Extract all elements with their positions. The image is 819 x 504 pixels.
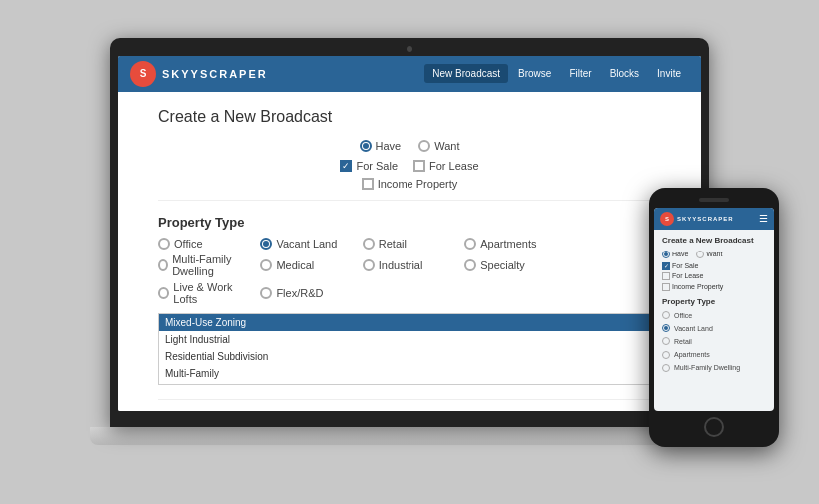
for-lease-box[interactable] xyxy=(413,160,425,172)
specialty-option[interactable]: Specialty xyxy=(464,253,558,277)
office-option[interactable]: Office xyxy=(158,238,252,250)
phone-vacant-radio[interactable] xyxy=(662,324,670,332)
apartments-option[interactable]: Apartments xyxy=(464,238,558,250)
live-work-option[interactable]: Live & Work Lofts xyxy=(158,281,252,305)
multi-family-option[interactable]: Multi-Family Dwelling xyxy=(158,253,252,277)
phone-logo-text: SKYYSCRAPER xyxy=(677,216,734,222)
flex-rd-option[interactable]: Flex/R&D xyxy=(260,281,354,305)
laptop-camera xyxy=(407,46,412,52)
sale-lease-row: ✓ For Sale For Lease xyxy=(158,160,661,172)
phone-logo-icon: S xyxy=(660,212,674,226)
laptop-display: S SKYYSCRAPER New Broadcast Browse Filte… xyxy=(118,56,701,411)
phone-want-option[interactable]: Want xyxy=(696,251,722,258)
nav-filter[interactable]: Filter xyxy=(561,64,599,83)
phone-retail[interactable]: Retail xyxy=(662,336,766,347)
phone-for-sale-box[interactable]: ✓ xyxy=(662,262,670,270)
vacant-land-radio[interactable] xyxy=(260,238,272,250)
nav-invite[interactable]: Invite xyxy=(649,64,689,83)
phone-content: Create a New Broadcast Have Want ✓ For S… xyxy=(654,230,774,382)
logo-text: SKYYSCRAPER xyxy=(162,68,268,80)
live-work-radio[interactable] xyxy=(158,287,169,299)
phone-navbar: S SKYYSCRAPER ☰ xyxy=(654,208,774,230)
want-option[interactable]: Want xyxy=(418,140,459,152)
app-content: Create a New Broadcast Have Want ✓ xyxy=(118,92,701,411)
income-property-row: Income Property xyxy=(158,178,661,190)
multi-family-radio[interactable] xyxy=(158,259,168,271)
phone-retail-radio[interactable] xyxy=(662,337,670,345)
retail-radio[interactable] xyxy=(363,238,375,250)
listbox-item-residential[interactable]: Residential Subdivision xyxy=(159,348,660,365)
logo-icon: S xyxy=(130,61,156,87)
phone-property-type-title: Property Type xyxy=(662,297,766,306)
listbox-item-light[interactable]: Light Industrial xyxy=(159,331,660,348)
phone-apartments[interactable]: Apartments xyxy=(662,349,766,360)
nav-links: New Broadcast Browse Filter Blocks Invit… xyxy=(424,64,689,83)
phone-have-radio[interactable] xyxy=(662,251,670,258)
medical-radio[interactable] xyxy=(260,259,272,271)
phone-office-radio[interactable] xyxy=(662,311,670,319)
office-radio[interactable] xyxy=(158,238,170,250)
vacant-land-option[interactable]: Vacant Land xyxy=(260,238,354,250)
medical-option[interactable]: Medical xyxy=(260,253,354,277)
property-type-grid: Office Vacant Land Retail Apartments xyxy=(158,238,661,305)
have-want-group: Have Want xyxy=(158,140,661,152)
phone-menu-icon[interactable]: ☰ xyxy=(759,213,768,224)
specialty-radio[interactable] xyxy=(464,259,476,271)
income-property-checkbox[interactable]: Income Property xyxy=(362,178,458,190)
for-sale-checkbox[interactable]: ✓ For Sale xyxy=(340,160,398,172)
laptop-device: S SKYYSCRAPER New Broadcast Browse Filte… xyxy=(100,38,719,467)
phone-want-radio[interactable] xyxy=(696,251,704,258)
app-navbar: S SKYYSCRAPER New Broadcast Browse Filte… xyxy=(118,56,701,92)
phone-page-title: Create a New Broadcast xyxy=(662,236,766,245)
phone-for-lease-box[interactable] xyxy=(662,272,670,280)
for-sale-box[interactable]: ✓ xyxy=(340,160,352,172)
phone-property-type-list: Office Vacant Land Retail Apartments xyxy=(662,310,766,374)
flex-rd-radio[interactable] xyxy=(260,287,272,299)
apartments-radio[interactable] xyxy=(464,238,476,250)
property-subtype-listbox[interactable]: Mixed-Use Zoning Light Industrial Reside… xyxy=(158,313,661,385)
income-property-box[interactable] xyxy=(362,178,374,190)
industrial-option[interactable]: Industrial xyxy=(363,253,456,277)
nav-browse[interactable]: Browse xyxy=(510,64,559,83)
industrial-radio[interactable] xyxy=(363,259,375,271)
phone-device: S SKYYSCRAPER ☰ Create a New Broadcast H… xyxy=(649,188,779,447)
property-type-title: Property Type xyxy=(158,215,661,230)
have-option[interactable]: Have xyxy=(360,140,402,152)
logo-area: S SKYYSCRAPER xyxy=(130,61,268,87)
have-radio[interactable] xyxy=(360,140,372,152)
phone-apartments-radio[interactable] xyxy=(662,351,670,359)
phone-home-button[interactable] xyxy=(704,417,724,437)
phone-have-option[interactable]: Have xyxy=(662,251,688,258)
phone-for-lease[interactable]: For Lease xyxy=(662,272,766,280)
phone-have-want: Have Want xyxy=(662,251,766,258)
phone-speaker xyxy=(699,198,729,202)
for-lease-checkbox[interactable]: For Lease xyxy=(413,160,479,172)
phone-income-box[interactable] xyxy=(662,283,670,291)
phone-office[interactable]: Office xyxy=(662,310,766,321)
retail-option[interactable]: Retail xyxy=(363,238,456,250)
page-title: Create a New Broadcast xyxy=(158,108,661,126)
phone-screen: S SKYYSCRAPER ☰ Create a New Broadcast H… xyxy=(654,208,774,411)
phone-income-property[interactable]: Income Property xyxy=(662,283,766,291)
nav-blocks[interactable]: Blocks xyxy=(602,64,647,83)
listbox-item-mixed[interactable]: Mixed-Use Zoning xyxy=(159,314,660,331)
want-radio[interactable] xyxy=(418,140,430,152)
listbox-item-multi[interactable]: Multi-Family xyxy=(159,365,660,382)
nav-new-broadcast[interactable]: New Broadcast xyxy=(424,64,508,83)
phone-for-sale[interactable]: ✓ For Sale xyxy=(662,262,766,270)
phone-multi-radio[interactable] xyxy=(662,364,670,372)
phone-multi-family[interactable]: Multi-Family Dwelling xyxy=(662,362,766,373)
phone-vacant-land[interactable]: Vacant Land xyxy=(662,323,766,334)
laptop-base xyxy=(90,427,729,445)
laptop-screen: S SKYYSCRAPER New Broadcast Browse Filte… xyxy=(110,38,709,427)
